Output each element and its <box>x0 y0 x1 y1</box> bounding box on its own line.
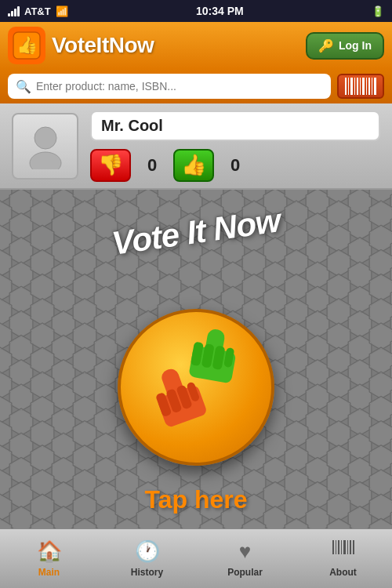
vote-button[interactable] <box>118 309 274 466</box>
wifi-icon: 📶 <box>56 5 68 17</box>
key-icon: 🔑 <box>318 38 334 53</box>
tab-main[interactable]: 🏠 Main <box>0 529 98 588</box>
time-display: 10:34 PM <box>196 5 244 17</box>
svg-rect-6 <box>357 78 358 95</box>
svg-rect-5 <box>354 78 355 95</box>
tab-about[interactable]: About <box>294 529 392 588</box>
svg-rect-9 <box>366 78 367 95</box>
tab-history[interactable]: 🕐 History <box>98 529 196 588</box>
avatar-box <box>12 113 78 180</box>
carrier-label: AT&T <box>24 5 51 17</box>
svg-point-14 <box>30 152 61 169</box>
tab-bar: 🏠 Main 🕐 History ♥ Popular About <box>0 528 392 588</box>
tab-about-label: About <box>329 567 357 578</box>
barcode-button[interactable] <box>337 74 384 99</box>
tap-here-text[interactable]: Tap here <box>0 485 392 514</box>
login-label: Log In <box>339 39 372 52</box>
header: 👍 VoteItNow 🔑 Log In <box>0 22 392 69</box>
svg-rect-11 <box>372 78 372 95</box>
svg-rect-34 <box>353 540 354 554</box>
main-content[interactable]: Vote It Now <box>0 190 392 528</box>
svg-rect-29 <box>338 540 339 554</box>
logo-icon: 👍 <box>8 27 45 64</box>
svg-rect-32 <box>347 540 348 554</box>
svg-rect-30 <box>341 540 342 554</box>
home-icon: 🏠 <box>37 539 62 564</box>
search-input[interactable] <box>36 80 323 93</box>
downvote-button[interactable]: 👎 <box>90 149 131 182</box>
upvote-count: 0 <box>223 155 247 176</box>
app-title: VoteItNow <box>52 33 299 58</box>
avatar-image <box>22 122 69 169</box>
status-bar: AT&T 📶 10:34 PM 🔋 <box>0 0 392 22</box>
bar1 <box>8 13 10 16</box>
vote-thumbs-graphic <box>125 317 267 458</box>
search-icon: 🔍 <box>16 79 31 94</box>
vote-row: 👎 0 👍 0 <box>90 149 380 182</box>
barcode-icon <box>345 78 376 95</box>
battery-icon: 🔋 <box>372 5 384 17</box>
login-button[interactable]: 🔑 Log In <box>306 32 384 60</box>
bar4 <box>17 6 20 16</box>
svg-rect-28 <box>336 540 336 554</box>
signal-bars <box>8 6 20 16</box>
username-display: Mr. Cool <box>90 111 380 141</box>
svg-rect-4 <box>350 78 353 95</box>
svg-rect-7 <box>360 78 361 95</box>
upvote-button[interactable]: 👍 <box>173 149 214 182</box>
svg-rect-27 <box>332 540 334 554</box>
downvote-count: 0 <box>140 155 164 176</box>
thumbs-down-icon: 👎 <box>98 153 123 177</box>
svg-text:👍: 👍 <box>16 34 38 56</box>
svg-rect-10 <box>368 78 370 95</box>
thumbs-up-icon: 👍 <box>181 153 206 177</box>
svg-rect-33 <box>350 540 351 554</box>
svg-rect-31 <box>343 540 346 554</box>
search-bar: 🔍 <box>0 69 392 103</box>
bar3 <box>14 9 16 16</box>
svg-point-13 <box>34 127 56 149</box>
history-icon: 🕐 <box>135 539 160 564</box>
svg-rect-12 <box>374 78 376 95</box>
svg-rect-3 <box>348 78 349 95</box>
tab-popular-label: Popular <box>227 567 263 578</box>
status-right: 🔋 <box>372 5 384 17</box>
tab-popular[interactable]: ♥ Popular <box>196 529 294 588</box>
user-card: Mr. Cool 👎 0 👍 0 <box>0 103 392 190</box>
user-info: Mr. Cool 👎 0 👍 0 <box>90 111 380 182</box>
status-left: AT&T 📶 <box>8 5 68 17</box>
tab-history-label: History <box>131 567 163 578</box>
logo-svg: 👍 <box>12 31 42 60</box>
barcode-tab-icon <box>332 540 354 564</box>
svg-rect-8 <box>362 78 365 95</box>
svg-rect-2 <box>345 78 347 95</box>
popular-icon: ♥ <box>239 539 251 564</box>
tab-main-label: Main <box>38 567 60 578</box>
search-input-wrapper: 🔍 <box>8 74 331 99</box>
bar2 <box>11 11 13 16</box>
